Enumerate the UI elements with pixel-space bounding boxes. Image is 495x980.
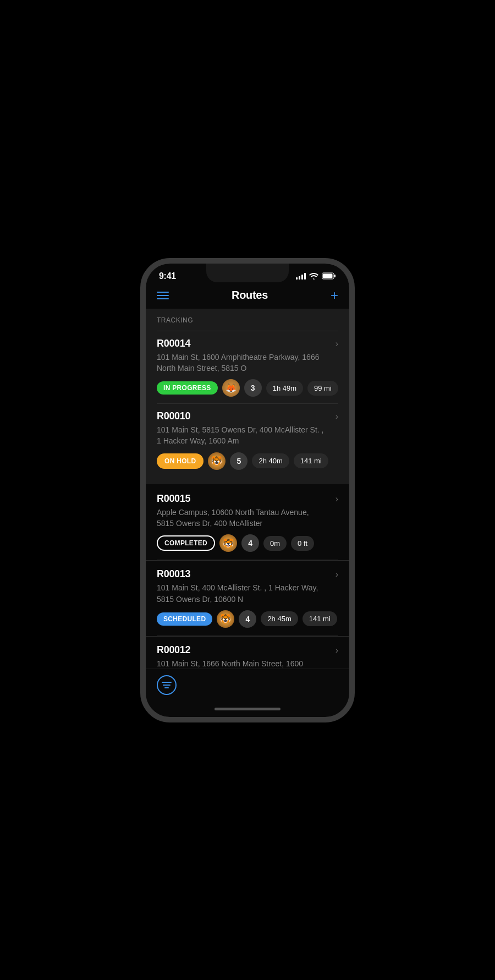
status-bar: 9:41 bbox=[146, 264, 349, 284]
route-distance: 99 mi bbox=[307, 381, 338, 396]
status-icons bbox=[296, 272, 336, 280]
wifi-icon bbox=[309, 272, 318, 280]
route-meta: IN PROGRESS 🦊 3 1h 49m 99 mi bbox=[157, 379, 338, 397]
filter-button[interactable] bbox=[157, 675, 177, 695]
route-item[interactable]: R00014 › 101 Main St, 1600 Amphitheatre … bbox=[157, 331, 338, 404]
page-title: Routes bbox=[232, 289, 268, 302]
tracking-label: TRACKING bbox=[157, 316, 338, 324]
status-badge: ON HOLD bbox=[157, 453, 204, 469]
route-time: 2h 45m bbox=[261, 611, 298, 626]
status-time: 9:41 bbox=[159, 271, 176, 281]
chevron-right-icon: › bbox=[336, 412, 338, 421]
svg-rect-1 bbox=[323, 274, 333, 278]
stop-count: 3 bbox=[244, 379, 262, 397]
stop-count: 4 bbox=[241, 534, 259, 552]
route-distance: 141 mi bbox=[302, 611, 337, 626]
stop-count: 5 bbox=[230, 452, 248, 470]
route-item[interactable]: R00010 › 101 Main St, 5815 Owens Dr, 400… bbox=[157, 403, 338, 477]
chevron-right-icon: › bbox=[336, 645, 338, 655]
avatar: 🦊 bbox=[222, 379, 240, 397]
app-header: Routes + bbox=[146, 284, 349, 309]
stop-count: 4 bbox=[239, 610, 256, 628]
route-id: R00013 bbox=[157, 568, 190, 580]
route-meta: SCHEDULED 🐯 4 2h 45m 141 mi bbox=[157, 610, 338, 628]
status-badge: IN PROGRESS bbox=[157, 381, 218, 395]
route-address: Apple Campus, 10600 North Tantau Avenue,… bbox=[157, 507, 338, 529]
route-id: R00012 bbox=[157, 644, 190, 656]
svg-rect-2 bbox=[334, 275, 336, 277]
home-indicator bbox=[146, 702, 349, 717]
route-item[interactable]: R00015 › Apple Campus, 10600 North Tanta… bbox=[146, 485, 349, 560]
filter-icon bbox=[162, 681, 172, 689]
route-address: 101 Main St, 1600 Amphitheatre Parkway, … bbox=[157, 352, 338, 374]
avatar: 🐯 bbox=[219, 534, 237, 552]
home-bar bbox=[215, 708, 280, 710]
phone-frame: 9:41 bbox=[140, 258, 355, 722]
route-distance: 141 mi bbox=[294, 453, 328, 468]
chevron-right-icon: › bbox=[336, 494, 338, 504]
signal-icon bbox=[296, 273, 306, 280]
battery-icon bbox=[322, 272, 336, 280]
route-id: R00014 bbox=[157, 338, 190, 349]
route-meta: ON HOLD 🐯 5 2h 40m 141 mi bbox=[157, 452, 338, 470]
other-routes-section: R00015 › Apple Campus, 10600 North Tanta… bbox=[146, 485, 349, 669]
route-address: 101 Main St, 1666 North Main Street, 160… bbox=[157, 658, 338, 669]
bottom-toolbar bbox=[146, 669, 349, 702]
avatar: 🐯 bbox=[208, 452, 226, 470]
route-item[interactable]: R00012 › 101 Main St, 1666 North Main St… bbox=[146, 636, 349, 669]
route-address: 101 Main St, 5815 Owens Dr, 400 McAllist… bbox=[157, 424, 338, 447]
chevron-right-icon: › bbox=[336, 339, 338, 349]
route-id: R00015 bbox=[157, 493, 190, 505]
status-badge: SCHEDULED bbox=[157, 612, 212, 626]
routes-list: TRACKING R00014 › 101 Main St, 1600 Amph… bbox=[146, 309, 349, 669]
route-time: 0m bbox=[263, 536, 287, 551]
tracking-section: TRACKING R00014 › 101 Main St, 1600 Amph… bbox=[146, 309, 349, 484]
route-address: 101 Main St, 400 McAllister St. , 1 Hack… bbox=[157, 582, 338, 605]
menu-button[interactable] bbox=[157, 292, 169, 299]
add-route-button[interactable]: + bbox=[331, 289, 338, 302]
route-id: R00010 bbox=[157, 410, 190, 422]
route-time: 1h 49m bbox=[266, 381, 303, 396]
chevron-right-icon: › bbox=[336, 570, 338, 579]
avatar: 🐯 bbox=[217, 610, 234, 628]
phone-screen: 9:41 bbox=[146, 264, 349, 717]
status-badge: COMPLETED bbox=[157, 535, 215, 551]
route-item[interactable]: R00013 › 101 Main St, 400 McAllister St.… bbox=[146, 560, 349, 636]
route-meta: COMPLETED 🐯 4 0m 0 ft bbox=[157, 534, 338, 552]
route-time: 2h 40m bbox=[252, 453, 289, 468]
route-distance: 0 ft bbox=[291, 536, 314, 551]
